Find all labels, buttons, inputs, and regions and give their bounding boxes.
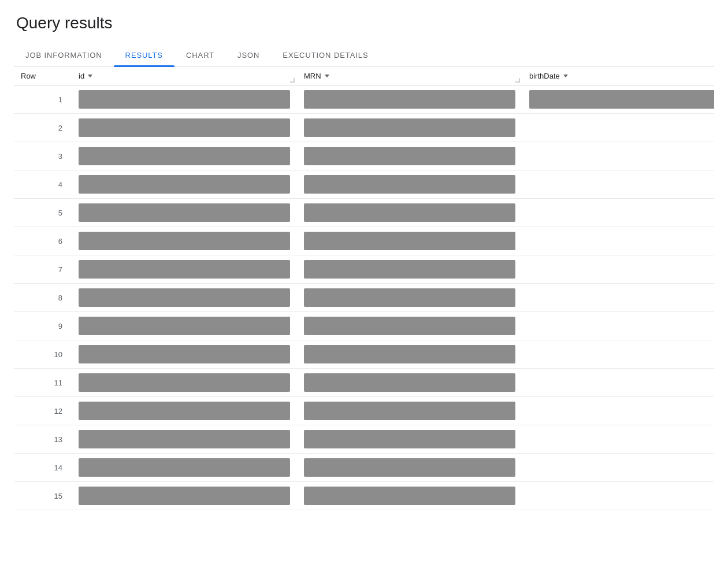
row-number-cell: 7: [14, 255, 72, 284]
row-number-cell: 13: [14, 425, 72, 454]
column-mrn-dropdown-icon[interactable]: [325, 75, 329, 77]
mrn-cell-block: [304, 288, 515, 307]
column-mrn-resize-handle[interactable]: [515, 78, 520, 83]
mrn-cell: [297, 86, 522, 114]
table-row: 14: [14, 454, 714, 482]
mrn-cell-block: [304, 487, 515, 505]
birthdate-cell: [522, 397, 714, 425]
mrn-cell: [297, 199, 522, 227]
tab-job-information[interactable]: JOB INFORMATION: [14, 44, 114, 66]
mrn-cell: [297, 170, 522, 199]
id-cell: [72, 114, 297, 142]
birthdate-cell: [522, 369, 714, 397]
birthdate-cell: [522, 425, 714, 454]
id-cell-block: [79, 402, 290, 420]
id-cell: [72, 170, 297, 199]
table-row: 15: [14, 482, 714, 510]
id-cell: [72, 86, 297, 114]
table-row: 9: [14, 312, 714, 340]
column-header-id: id: [72, 67, 297, 86]
table-row: 12: [14, 397, 714, 425]
id-cell: [72, 142, 297, 170]
id-cell: [72, 284, 297, 312]
id-cell-block: [79, 147, 290, 165]
birthdate-cell: [522, 86, 714, 114]
id-cell: [72, 340, 297, 369]
mrn-cell: [297, 114, 522, 142]
page-container: Query results JOB INFORMATION RESULTS CH…: [0, 0, 728, 564]
row-number-cell: 1: [14, 86, 72, 114]
page-title: Query results: [14, 14, 714, 32]
mrn-cell-block: [304, 317, 515, 335]
birthdate-cell: [522, 454, 714, 482]
column-header-birthdate: birthDate: [522, 67, 714, 86]
row-number-cell: 6: [14, 227, 72, 255]
column-header-mrn: MRN: [297, 67, 522, 86]
birthdate-cell: [522, 340, 714, 369]
column-id-resize-handle[interactable]: [290, 78, 295, 83]
table-row: 7: [14, 255, 714, 284]
id-cell: [72, 369, 297, 397]
mrn-cell: [297, 284, 522, 312]
id-cell-block: [79, 288, 290, 307]
id-cell-block: [79, 118, 290, 137]
mrn-cell-block: [304, 402, 515, 420]
birthdate-cell-block: [529, 90, 714, 109]
row-number-cell: 2: [14, 114, 72, 142]
table-row: 2: [14, 114, 714, 142]
id-cell: [72, 227, 297, 255]
mrn-cell: [297, 312, 522, 340]
mrn-cell-block: [304, 345, 515, 363]
mrn-cell: [297, 454, 522, 482]
id-cell: [72, 255, 297, 284]
birthdate-cell: [522, 482, 714, 510]
id-cell: [72, 397, 297, 425]
id-cell-block: [79, 430, 290, 448]
tab-chart[interactable]: CHART: [174, 44, 226, 66]
column-birthdate-dropdown-icon[interactable]: [563, 75, 568, 77]
id-cell-block: [79, 90, 290, 109]
birthdate-cell: [522, 114, 714, 142]
table-row: 13: [14, 425, 714, 454]
column-id-label: id: [79, 72, 84, 80]
id-cell-block: [79, 203, 290, 222]
id-cell: [72, 425, 297, 454]
id-cell-block: [79, 317, 290, 335]
mrn-cell-block: [304, 232, 515, 250]
column-id-dropdown-icon[interactable]: [88, 75, 92, 77]
table-row: 3: [14, 142, 714, 170]
mrn-cell: [297, 397, 522, 425]
mrn-cell-block: [304, 90, 515, 109]
table-row: 6: [14, 227, 714, 255]
results-table: Row id MRN: [14, 67, 714, 510]
tab-results[interactable]: RESULTS: [114, 44, 174, 66]
id-cell: [72, 199, 297, 227]
mrn-cell-block: [304, 430, 515, 448]
tabs-bar: JOB INFORMATION RESULTS CHART JSON EXECU…: [14, 44, 714, 67]
row-number-cell: 3: [14, 142, 72, 170]
id-cell-block: [79, 260, 290, 279]
column-header-row: Row: [14, 67, 72, 86]
row-number-cell: 9: [14, 312, 72, 340]
mrn-cell: [297, 482, 522, 510]
id-cell-block: [79, 373, 290, 392]
id-cell: [72, 454, 297, 482]
table-row: 1: [14, 86, 714, 114]
mrn-cell-block: [304, 147, 515, 165]
tab-execution-details[interactable]: EXECUTION DETAILS: [271, 44, 380, 66]
column-birthdate-label: birthDate: [529, 72, 560, 80]
birthdate-cell: [522, 255, 714, 284]
id-cell-block: [79, 232, 290, 250]
tab-json[interactable]: JSON: [226, 44, 271, 66]
id-cell: [72, 482, 297, 510]
birthdate-cell: [522, 170, 714, 199]
table-row: 4: [14, 170, 714, 199]
table-body: 123456789101112131415: [14, 86, 714, 510]
birthdate-cell: [522, 142, 714, 170]
birthdate-cell: [522, 227, 714, 255]
mrn-cell-block: [304, 175, 515, 194]
column-mrn-label: MRN: [304, 72, 321, 80]
table-row: 10: [14, 340, 714, 369]
id-cell: [72, 312, 297, 340]
mrn-cell: [297, 142, 522, 170]
